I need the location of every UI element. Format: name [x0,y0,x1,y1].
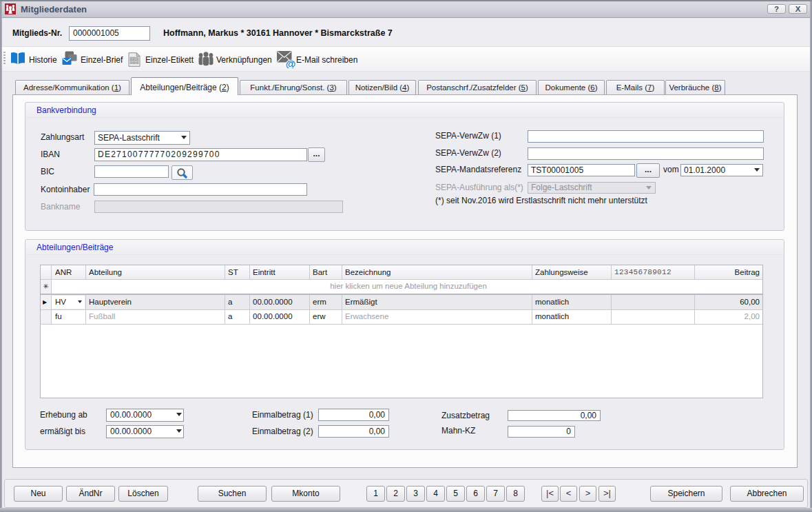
svg-text:@: @ [286,58,296,68]
